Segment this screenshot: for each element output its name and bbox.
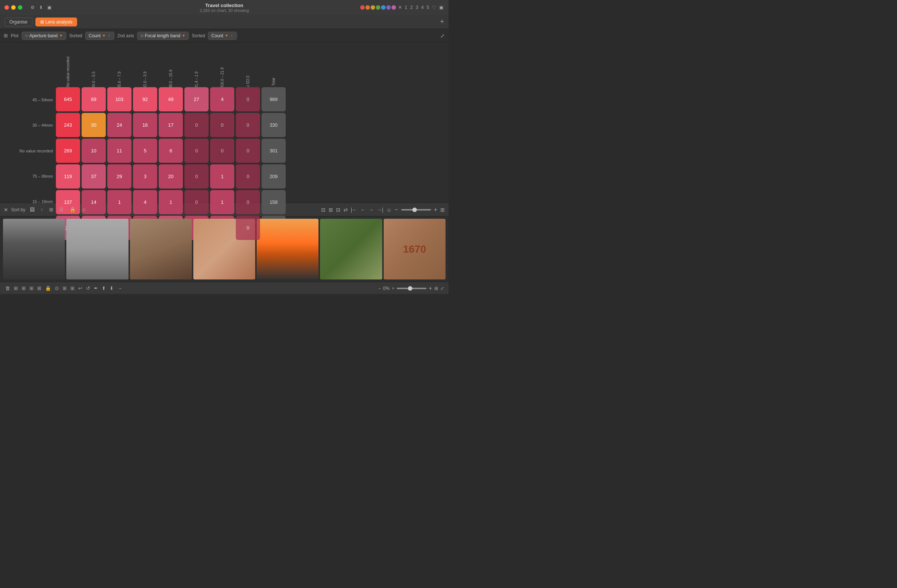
lens-analysis-button[interactable]: ⊞ Lens analysis <box>35 17 78 26</box>
list-view-btn[interactable]: ⊞ <box>329 207 333 213</box>
cell-0-7[interactable]: 0 <box>236 87 260 112</box>
swatch-green[interactable] <box>376 5 380 10</box>
cell-1-4[interactable]: 17 <box>159 113 183 137</box>
cell-3-3[interactable]: 3 <box>133 164 157 188</box>
expand2[interactable]: ⤢ <box>440 286 444 291</box>
cell-3-6[interactable]: 1 <box>210 164 234 188</box>
num4[interactable]: 4 <box>421 4 425 11</box>
cell-4-total[interactable]: 158 <box>262 190 286 214</box>
num5[interactable]: 5 <box>426 4 430 11</box>
cell-4-4[interactable]: 1 <box>159 190 183 214</box>
cell-0-2[interactable]: 103 <box>107 87 132 112</box>
download2-icon[interactable]: ⬇ <box>109 285 114 292</box>
next-btn[interactable]: → <box>369 207 373 213</box>
sort-asc-icon[interactable]: ↑ <box>39 206 45 213</box>
bottom-zoom-slider[interactable] <box>397 288 427 289</box>
cell-0-4[interactable]: 49 <box>159 87 183 112</box>
stack-icon[interactable]: ⊞ <box>13 285 18 292</box>
zoom-out-icon[interactable]: − <box>395 207 398 213</box>
cell-4-7[interactable]: 0 <box>236 190 260 214</box>
view-list-icon[interactable]: ☰ <box>58 206 65 213</box>
export-icon[interactable]: ⊞ <box>29 285 34 292</box>
layout-icon[interactable]: ▣ <box>47 4 52 11</box>
cell-0-1[interactable]: 69 <box>81 87 106 112</box>
thumbnail-6[interactable] <box>320 219 382 279</box>
import-icon[interactable]: ⊞ <box>21 285 26 292</box>
cell-2-total[interactable]: 301 <box>262 139 286 163</box>
fit-icon[interactable]: ⊞ <box>440 207 445 213</box>
layout-toggle[interactable]: ⊞ <box>434 286 438 291</box>
thumbnail-3[interactable] <box>130 219 192 279</box>
close-selection-button[interactable]: ✕ <box>4 207 8 213</box>
cell-1-3[interactable]: 16 <box>133 113 157 137</box>
copy-icon[interactable]: ⊞ <box>62 285 67 292</box>
cell-1-2[interactable]: 24 <box>107 113 132 137</box>
cell-0-0[interactable]: 645 <box>56 87 80 112</box>
cell-2-7[interactable]: 0 <box>236 139 260 163</box>
paste-icon[interactable]: ⊞ <box>70 285 75 292</box>
cell-4-3[interactable]: 4 <box>133 190 157 214</box>
cell-2-4[interactable]: 6 <box>159 139 183 163</box>
panel-icon[interactable]: ▣ <box>438 4 444 11</box>
cell-2-5[interactable]: 0 <box>184 139 208 163</box>
cell-0-3[interactable]: 92 <box>133 87 157 112</box>
cell-2-3[interactable]: 5 <box>133 139 157 163</box>
person-btn[interactable]: ☺ <box>386 207 392 213</box>
cell-2-1[interactable]: 10 <box>81 139 106 163</box>
maximize-button[interactable] <box>18 5 22 10</box>
cell-2-6[interactable]: 0 <box>210 139 234 163</box>
thumbnail-2[interactable] <box>66 219 128 279</box>
cell-3-5[interactable]: 0 <box>184 164 208 188</box>
grid-toggle-icon[interactable]: ⊞ <box>4 33 8 38</box>
thumb-view-btn[interactable]: ⊟ <box>336 207 340 213</box>
swatch-orange[interactable] <box>366 5 370 10</box>
cell-1-total[interactable]: 330 <box>262 113 286 137</box>
count-updown-2[interactable]: ⬍ <box>230 33 234 38</box>
shuffle-btn[interactable]: ⇄ <box>343 207 348 213</box>
cell-4-5[interactable]: 0 <box>184 190 208 214</box>
cell-1-1[interactable]: 30 <box>81 113 106 137</box>
face-icon[interactable]: ☺ <box>80 206 88 213</box>
num3[interactable]: 3 <box>415 4 419 11</box>
swatch-red[interactable] <box>360 5 365 10</box>
last-btn[interactable]: →| <box>377 207 383 213</box>
face2-icon[interactable]: ⊙ <box>54 285 60 292</box>
cell-5-7[interactable]: 0 <box>236 216 260 240</box>
cell-3-2[interactable]: 29 <box>107 164 132 188</box>
cell-1-0[interactable]: 243 <box>56 113 80 137</box>
thumbnail-5[interactable] <box>257 219 318 279</box>
close-icon[interactable]: ✕ <box>398 4 403 11</box>
lock-icon[interactable]: 🔒 <box>68 206 77 213</box>
swatch-pink[interactable] <box>392 5 396 10</box>
forward-icon[interactable]: → <box>116 285 123 292</box>
cell-4-2[interactable]: 1 <box>107 190 132 214</box>
swatch-blue[interactable] <box>381 5 386 10</box>
organise-button[interactable]: Organise <box>5 17 32 26</box>
first-btn[interactable]: |← <box>351 207 358 213</box>
swatch-purple[interactable] <box>386 5 391 10</box>
cell-0-6[interactable]: 4 <box>210 87 234 112</box>
cell-3-7[interactable]: 0 <box>236 164 260 188</box>
pencil-icon[interactable]: ✒ <box>93 285 99 292</box>
cell-3-total[interactable]: 209 <box>262 164 286 188</box>
zoom-out-small[interactable]: − <box>378 286 381 291</box>
lock2-icon[interactable]: 🔒 <box>44 285 52 292</box>
add-view-button[interactable]: + <box>440 18 444 26</box>
cell-2-2[interactable]: 11 <box>107 139 132 163</box>
count-updown-1[interactable]: ⬍ <box>107 33 111 38</box>
view-grid-icon[interactable]: ⊞ <box>48 206 55 213</box>
sort-image-icon[interactable]: 🖼 <box>28 206 36 213</box>
thumbnail-7[interactable]: 1670 <box>384 219 445 279</box>
folder-icon[interactable]: ⊞ <box>37 285 42 292</box>
zoom-in-small[interactable]: + <box>392 286 395 291</box>
cell-1-6[interactable]: 0 <box>210 113 234 137</box>
rotate-right-icon[interactable]: ↺ <box>85 285 91 292</box>
focal-select[interactable]: ⊟ Focal length band ▼ <box>137 32 189 40</box>
grid-view-btn[interactable]: ⊟ <box>321 207 326 213</box>
cell-0-total[interactable]: 989 <box>262 87 286 112</box>
cell-1-7[interactable]: 0 <box>236 113 260 137</box>
trash-icon[interactable]: 🗑 <box>5 285 11 292</box>
cell-3-0[interactable]: 119 <box>56 164 80 188</box>
download-icon[interactable]: ⬇ <box>38 4 44 11</box>
close-button[interactable] <box>5 5 9 10</box>
